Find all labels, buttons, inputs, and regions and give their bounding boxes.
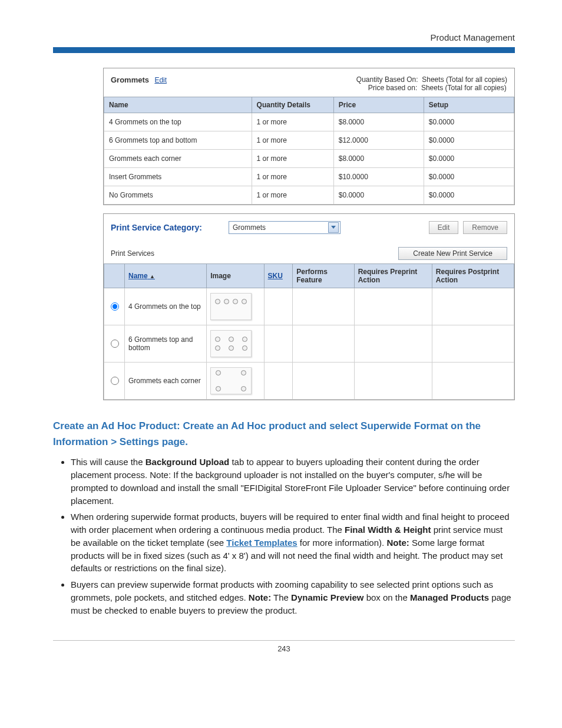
- section-heading: Create an Ad Hoc Product: Create an Ad H…: [53, 418, 515, 450]
- price-basis-label: Price based on:: [368, 84, 417, 92]
- row-name: 6 Grommets top and bottom: [125, 325, 207, 363]
- thumb-corners: [210, 367, 252, 394]
- edit-link[interactable]: Edit: [154, 76, 167, 84]
- print-service-panel: Print Service Category: Grommets Edit Re…: [103, 213, 515, 400]
- category-label: Print Service Category:: [111, 223, 229, 232]
- col-price: Price: [333, 97, 424, 113]
- page-number: 243: [53, 644, 515, 653]
- col-postprint: Requires Postprint Action: [432, 264, 514, 288]
- table-row: 6 Grommets top and bottom: [104, 325, 514, 363]
- svg-marker-0: [331, 226, 336, 229]
- row-name: Grommets each corner: [125, 363, 207, 400]
- qty-basis-label: Quantity Based On:: [356, 75, 418, 84]
- table-row: 4 Grommets on the top1 or more$8.0000$0.…: [104, 113, 514, 131]
- table-row: 6 Grommets top and bottom1 or more$12.00…: [104, 131, 514, 150]
- services-table: Name ▲ Image SKU Performs Feature Requir…: [104, 263, 514, 400]
- chevron-down-icon[interactable]: [328, 222, 339, 233]
- category-select[interactable]: Grommets: [229, 221, 340, 234]
- doc-header: Product Management: [53, 32, 515, 42]
- edit-button[interactable]: Edit: [429, 221, 459, 234]
- price-table: Name Quantity Details Price Setup 4 Grom…: [104, 97, 514, 205]
- basis-info: Quantity Based On: Sheets (Total for all…: [356, 75, 507, 92]
- col-preprint: Requires Preprint Action: [354, 264, 432, 288]
- col-image: Image: [207, 264, 264, 288]
- footer-rule: [53, 640, 515, 641]
- table-row: No Grommets1 or more$0.0000$0.0000: [104, 186, 514, 205]
- create-print-service-button[interactable]: Create New Print Service: [398, 247, 507, 260]
- col-sku[interactable]: SKU: [264, 264, 293, 288]
- table-row: 4 Grommets on the top: [104, 288, 514, 325]
- thumb-6-tb: [210, 330, 252, 357]
- list-item: This will cause the Background Upload ta…: [71, 456, 515, 507]
- sort-asc-icon: ▲: [150, 274, 155, 279]
- col-setup: Setup: [424, 97, 514, 113]
- ticket-templates-link[interactable]: Ticket Templates: [226, 538, 297, 548]
- grommets-price-panel: Grommets Edit Quantity Based On: Sheets …: [103, 68, 515, 205]
- row-name: 4 Grommets on the top: [125, 288, 207, 325]
- category-value: Grommets: [233, 223, 266, 232]
- row-radio[interactable]: [111, 377, 119, 385]
- body-list: This will cause the Background Upload ta…: [71, 456, 515, 617]
- list-item: Buyers can preview superwide format prod…: [71, 578, 515, 617]
- qty-basis-value: Sheets (Total for all copies): [422, 75, 507, 84]
- thumb-4-top: [210, 293, 252, 320]
- table-row: Grommets each corner1 or more$8.0000$0.0…: [104, 150, 514, 168]
- table-row: Insert Grommets1 or more$10.0000$0.0000: [104, 168, 514, 186]
- remove-button[interactable]: Remove: [463, 221, 507, 234]
- col-performs: Performs Feature: [293, 264, 354, 288]
- print-services-label: Print Services: [111, 249, 154, 258]
- col-qty: Quantity Details: [252, 97, 333, 113]
- table-row: Grommets each corner: [104, 363, 514, 400]
- col-name-sort[interactable]: Name ▲: [125, 264, 207, 288]
- list-item: When ordering superwide format products,…: [71, 510, 515, 575]
- header-rule: [53, 47, 515, 53]
- row-radio[interactable]: [111, 340, 119, 348]
- price-basis-value: Sheets (Total for all copies): [421, 84, 507, 92]
- row-radio[interactable]: [111, 302, 119, 311]
- col-name: Name: [104, 97, 252, 113]
- panel-title: Grommets: [111, 75, 149, 84]
